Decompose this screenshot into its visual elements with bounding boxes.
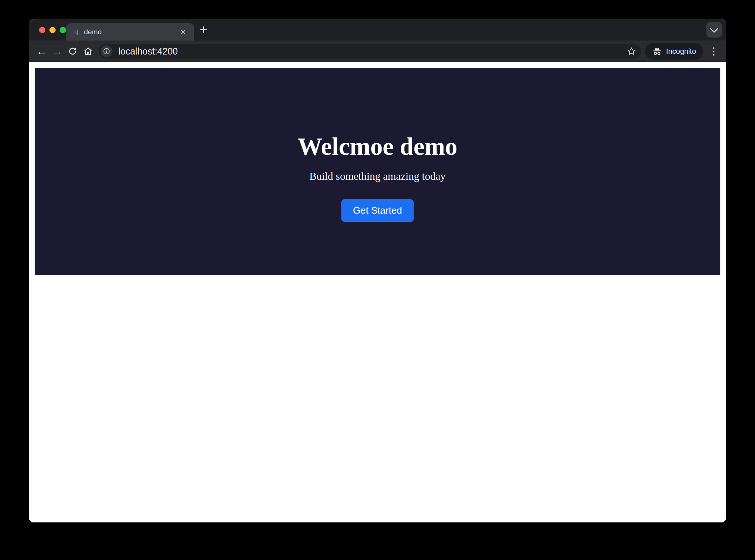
hero-section: Welcmoe demo Build something amazing tod… — [35, 68, 720, 275]
incognito-icon — [652, 46, 662, 56]
address-bar[interactable]: localhost:4200 — [99, 44, 641, 59]
hero-subtitle: Build something amazing today — [309, 170, 446, 182]
window-controls — [39, 19, 66, 41]
tab-title: demo — [84, 28, 178, 36]
tab-demo[interactable]: demo × — [66, 23, 194, 41]
hero-title: Welcmoe demo — [298, 133, 457, 160]
browser-toolbar: ← → — [29, 41, 726, 62]
home-button[interactable] — [80, 43, 96, 59]
reload-icon — [67, 46, 78, 56]
bookmark-button[interactable] — [625, 45, 638, 58]
tab-favicon-icon — [72, 28, 80, 36]
new-tab-button[interactable]: + — [195, 22, 212, 38]
incognito-badge: Incognito — [645, 43, 703, 60]
window-close-button[interactable] — [39, 27, 45, 33]
window-zoom-button[interactable] — [60, 27, 66, 33]
browser-menu-button[interactable]: ⋮ — [706, 44, 721, 59]
chevron-down-icon — [710, 25, 719, 33]
info-icon — [103, 48, 110, 55]
reload-button[interactable] — [65, 43, 80, 59]
get-started-button[interactable]: Get Started — [341, 199, 414, 222]
page-viewport: Welcmoe demo Build something amazing tod… — [29, 62, 726, 522]
browser-window: demo × + ← → — [29, 19, 726, 522]
tab-search-button[interactable] — [706, 22, 722, 38]
url-text[interactable]: localhost:4200 — [118, 46, 625, 57]
home-icon — [83, 46, 93, 56]
back-button[interactable]: ← — [34, 43, 49, 59]
tab-strip: demo × + — [29, 19, 726, 41]
site-info-button[interactable] — [101, 45, 112, 57]
tab-close-icon[interactable]: × — [178, 27, 189, 38]
window-minimize-button[interactable] — [49, 27, 56, 33]
incognito-label: Incognito — [666, 47, 696, 56]
screenshot-stage: demo × + ← → — [0, 0, 755, 560]
forward-button[interactable]: → — [49, 43, 65, 59]
star-icon — [627, 46, 636, 56]
